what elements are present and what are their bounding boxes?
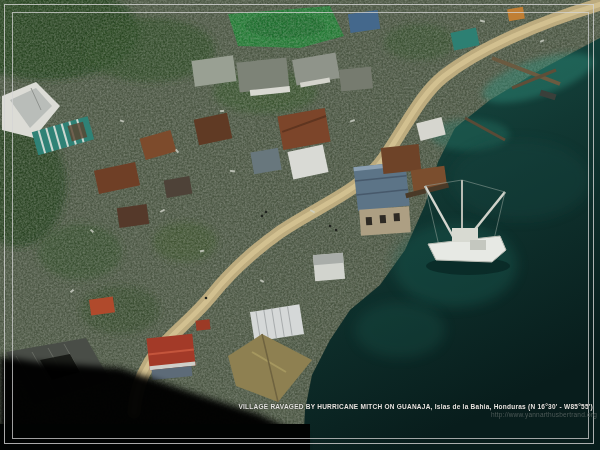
aerial-photo-illustration <box>0 0 600 450</box>
caption-block: VILLAGE RAVAGED BY HURRICANE MITCH ON GU… <box>238 403 593 419</box>
wallpaper-photo: VILLAGE RAVAGED BY HURRICANE MITCH ON GU… <box>0 0 600 450</box>
photo-caption: VILLAGE RAVAGED BY HURRICANE MITCH ON GU… <box>238 403 593 411</box>
photo-credit-url: http://www.yannarthusbertrand.org <box>238 411 597 419</box>
